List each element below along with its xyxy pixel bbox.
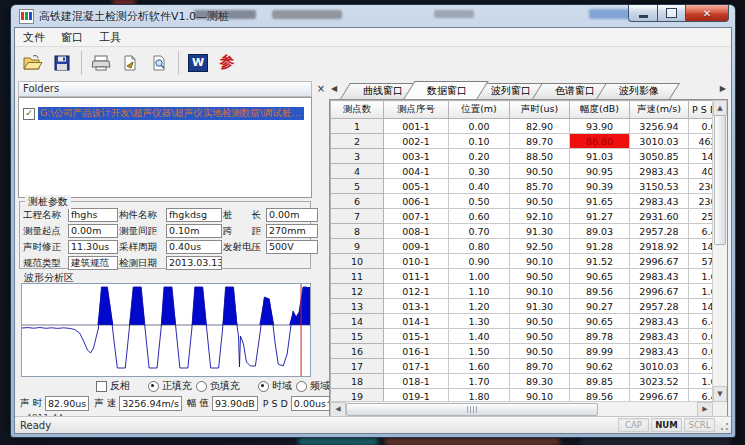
table-row[interactable]: 11011-11.0090.5090.652983.431.60 (331, 269, 729, 284)
tab-scroll-right-icon[interactable]: ▶ (720, 84, 726, 93)
radio-频域[interactable]: 频域 (296, 379, 330, 393)
data-cell[interactable]: 008-1 (384, 224, 449, 239)
row-header-cell[interactable]: 2 (331, 134, 384, 149)
data-cell[interactable]: 2957.28 (630, 299, 689, 314)
param-value-field[interactable]: 0.10m (166, 224, 222, 238)
row-header-cell[interactable]: 15 (331, 329, 384, 344)
data-cell[interactable]: 2918.92 (630, 239, 689, 254)
data-cell[interactable]: 0.80 (449, 239, 510, 254)
data-cell[interactable]: 2983.43 (630, 314, 689, 329)
data-cell[interactable]: 2996.67 (630, 254, 689, 269)
row-header-cell[interactable]: 10 (331, 254, 384, 269)
tab-scroll-left-icon[interactable]: ◀ (331, 84, 337, 93)
menu-item-窗口[interactable]: 窗口 (53, 29, 91, 46)
data-cell[interactable]: 3050.85 (630, 149, 689, 164)
row-header-cell[interactable]: 3 (331, 149, 384, 164)
column-header-测点数[interactable]: 测点数 (331, 101, 384, 119)
export-report-button[interactable] (117, 50, 143, 76)
row-header-cell[interactable]: 9 (331, 239, 384, 254)
data-cell[interactable]: 3256.94 (630, 119, 689, 134)
param-value-field[interactable]: 2013.03.13 (166, 256, 222, 270)
param-value-field[interactable]: 建筑规范 (68, 256, 118, 270)
data-cell[interactable]: 001-1 (384, 119, 449, 134)
radio-负填充[interactable]: 负填充 (196, 379, 240, 393)
row-header-cell[interactable]: 6 (331, 194, 384, 209)
file-list-item[interactable]: ✓ G:\公司产品设计开发\超声仪器\超声仪实地检测数据\调试桩qd\qd03\… (23, 107, 308, 120)
horizontal-scroll-thumb[interactable] (346, 403, 598, 416)
data-cell[interactable]: 90.65 (570, 269, 630, 284)
data-cell[interactable]: 89.99 (570, 344, 630, 359)
close-button[interactable]: ✕ (685, 5, 729, 22)
scroll-down-icon[interactable]: ▼ (713, 386, 727, 402)
table-row[interactable]: 2002-10.1089.7086.803010.03462.4 (331, 134, 729, 149)
table-row[interactable]: 8008-10.7091.3089.032957.286.40 (331, 224, 729, 239)
data-cell[interactable]: 91.65 (570, 194, 630, 209)
print-button[interactable] (88, 50, 114, 76)
data-cell[interactable]: 0.00 (449, 119, 510, 134)
row-header-cell[interactable]: 17 (331, 359, 384, 374)
data-cell[interactable]: 010-1 (384, 254, 449, 269)
param-value-field[interactable]: fhgkdsg (166, 208, 222, 222)
data-cell[interactable]: 93.90 (570, 119, 630, 134)
data-cell[interactable]: 91.30 (510, 224, 570, 239)
checkbox-反相[interactable]: 反相 (96, 379, 130, 393)
data-cell[interactable]: 014-1 (384, 314, 449, 329)
data-cell[interactable]: 90.50 (510, 314, 570, 329)
table-row[interactable]: 10010-10.9090.1091.522996.6757.6 (331, 254, 729, 269)
data-cell[interactable]: 005-1 (384, 179, 449, 194)
row-header-cell[interactable]: 1 (331, 119, 384, 134)
word-export-button[interactable]: W (185, 50, 211, 76)
table-row[interactable]: 18018-11.7089.3089.853023.521.60 (331, 374, 729, 389)
horizontal-scrollbar[interactable]: ◀ ▶ (330, 401, 713, 416)
row-header-cell[interactable]: 4 (331, 164, 384, 179)
column-header-测点序号[interactable]: 测点序号 (384, 101, 449, 119)
open-file-button[interactable] (20, 50, 46, 76)
data-cell[interactable]: 0.90 (449, 254, 510, 269)
data-cell[interactable]: 90.50 (510, 269, 570, 284)
table-row[interactable]: 4004-10.3090.5090.952983.4340.0 (331, 164, 729, 179)
row-header-cell[interactable]: 8 (331, 224, 384, 239)
table-row[interactable]: 7007-10.6092.1091.272931.6025.6 (331, 209, 729, 224)
table-row[interactable]: 16016-11.5090.5089.992983.430.00 (331, 344, 729, 359)
data-cell[interactable]: 015-1 (384, 329, 449, 344)
param-value-field[interactable]: 0.40us (166, 240, 222, 254)
column-header-幅度(dB)[interactable]: 幅度(dB) (570, 101, 630, 119)
file-list[interactable]: ✓ G:\公司产品设计开发\超声仪器\超声仪实地检测数据\调试桩qd\qd03\… (18, 97, 312, 198)
data-cell[interactable]: 3010.03 (630, 359, 689, 374)
radio-icon[interactable] (148, 381, 159, 392)
data-cell[interactable]: 2996.67 (630, 284, 689, 299)
data-cell[interactable]: 012-1 (384, 284, 449, 299)
param-value-field[interactable]: 0.00m (68, 224, 118, 238)
data-cell[interactable]: 2983.43 (630, 194, 689, 209)
data-cell[interactable]: 1.00 (449, 269, 510, 284)
data-cell[interactable]: 0.30 (449, 164, 510, 179)
data-cell[interactable]: 89.70 (510, 134, 570, 149)
param-value-field[interactable]: 11.30us (68, 240, 118, 254)
print-preview-button[interactable] (146, 50, 172, 76)
data-cell[interactable]: 017-1 (384, 359, 449, 374)
radio-正填充[interactable]: 正填充 (148, 379, 192, 393)
data-cell[interactable]: 89.03 (570, 224, 630, 239)
param-value-field[interactable]: 500V (266, 240, 318, 254)
tab-波列影像[interactable]: 波列影像 (601, 83, 675, 99)
data-cell[interactable]: 2957.28 (630, 224, 689, 239)
data-cell[interactable]: 2931.60 (630, 209, 689, 224)
data-cell[interactable]: 89.78 (570, 329, 630, 344)
data-cell[interactable]: 1.70 (449, 374, 510, 389)
data-cell[interactable]: 0.70 (449, 224, 510, 239)
data-cell[interactable]: 91.28 (570, 239, 630, 254)
vertical-scroll-thumb[interactable] (714, 115, 726, 245)
data-cell[interactable]: 89.70 (510, 359, 570, 374)
tab-数据窗口[interactable]: 数据窗口 (409, 83, 483, 99)
pane-close-button[interactable]: × (315, 83, 327, 95)
data-cell[interactable]: 1.10 (449, 284, 510, 299)
data-cell[interactable]: 90.27 (570, 299, 630, 314)
data-cell[interactable]: 3023.52 (630, 374, 689, 389)
data-cell[interactable]: 006-1 (384, 194, 449, 209)
parameters-button[interactable]: 参 (214, 50, 240, 76)
data-cell[interactable]: 1.30 (449, 314, 510, 329)
vertical-scrollbar[interactable]: ▲ ▼ (712, 100, 727, 402)
row-header-cell[interactable]: 13 (331, 299, 384, 314)
maximize-button[interactable] (658, 5, 685, 22)
data-cell[interactable]: 90.50 (510, 329, 570, 344)
